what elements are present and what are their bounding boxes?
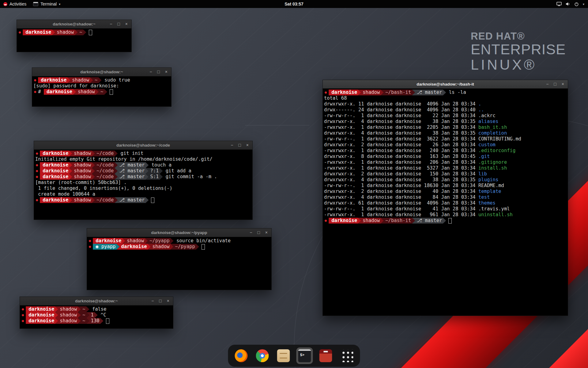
- distro-prompt-icon: ●: [36, 168, 38, 174]
- distro-prompt-icon: ●: [22, 312, 24, 318]
- minimize-button[interactable]: −: [149, 68, 152, 76]
- close-button[interactable]: ×: [125, 20, 128, 28]
- terminal-line: ●darknoiseshadow~/code git init: [35, 151, 251, 156]
- maximize-button[interactable]: □: [257, 228, 260, 237]
- maximize-button[interactable]: □: [117, 20, 120, 28]
- terminal-output[interactable]: ●darknoiseshadow~ sudo true[sudo] passwo…: [32, 76, 171, 96]
- terminal-output[interactable]: ●darknoiseshadow~/bash-it⎇ master ls -la…: [323, 89, 568, 224]
- prompt-segment-host: shadow: [358, 90, 384, 95]
- terminal-line: ●darknoiseshadow~/bash-it⎇ master: [324, 218, 567, 224]
- dock-toolbox[interactable]: [318, 347, 334, 364]
- terminal-line: ●darknoiseshadow~: [18, 29, 130, 35]
- terminal-text: lib: [478, 171, 487, 177]
- window-titlebar[interactable]: darknoise@shadow:~ − □ ×: [17, 20, 131, 29]
- prompt-segment-user: darknoise: [40, 162, 72, 168]
- terminal-text: git add a: [163, 168, 191, 174]
- prompt-segment-host: shadow: [122, 238, 148, 244]
- cursor-block: [151, 197, 154, 203]
- distro-prompt-icon: ●: [36, 174, 38, 180]
- dock-appgrid[interactable]: [339, 347, 355, 364]
- terminal-text: drwxrwxr-x. 2 darknoise darknoise 150 Ja…: [324, 171, 478, 177]
- prompt-segment-host: shadow: [55, 306, 81, 312]
- prompt-segment-host: shadow: [55, 312, 81, 318]
- maximize-button[interactable]: □: [159, 297, 161, 305]
- redhat-icon: [3, 2, 7, 6]
- terminal-text: bash_it.sh: [478, 125, 507, 130]
- terminal-text: drwxrwxr-x. 4 darknoise darknoise 84 Jan…: [324, 194, 478, 200]
- terminal-text: sudo true: [102, 77, 130, 83]
- clock[interactable]: Sat 03:57: [285, 2, 303, 6]
- system-status-area[interactable]: ▾: [553, 0, 588, 8]
- activities-label: Activities: [9, 2, 26, 6]
- prompt-segment-host: shadow: [69, 174, 95, 180]
- app-menu-terminal[interactable]: Terminal ▾: [30, 0, 64, 8]
- activities-button[interactable]: Activities: [0, 0, 30, 8]
- terminal-window-code[interactable]: darknoise@shadow:~/code − □ × ●darknoise…: [34, 141, 253, 220]
- terminal-text: .ackrc: [478, 113, 496, 119]
- window-titlebar[interactable]: darknoise@shadow:~ − □ ×: [20, 297, 173, 305]
- power-icon: [574, 2, 579, 6]
- minimize-button[interactable]: −: [250, 228, 252, 237]
- window-titlebar[interactable]: darknoise@shadow:~ − □ ×: [32, 68, 171, 76]
- desktop: RED HAT® ENTERPRISE LINUX® darknoise@sha…: [0, 0, 588, 368]
- prompt-segment-host: shadow: [67, 77, 93, 83]
- window-titlebar[interactable]: darknoise@shadow:~/pyapp − □ ×: [87, 228, 271, 237]
- maximize-button[interactable]: □: [157, 68, 160, 76]
- window-titlebar[interactable]: darknoise@shadow:~/bash-it − □ ×: [323, 80, 568, 89]
- close-button[interactable]: ×: [265, 228, 268, 237]
- terminal-window-home-2[interactable]: darknoise@shadow:~ − □ × ●darknoiseshado…: [20, 297, 173, 329]
- terminal-output[interactable]: ●darknoiseshadow~ false●darknoiseshadow~…: [20, 305, 173, 325]
- prompt-segment-host: shadow: [69, 162, 95, 168]
- close-button[interactable]: ×: [167, 297, 169, 305]
- minimize-button[interactable]: −: [151, 297, 154, 305]
- dock-chrome[interactable]: [254, 347, 271, 364]
- maximize-button[interactable]: □: [554, 80, 556, 88]
- terminal-output[interactable]: ●darknoiseshadow~/pyapp source bin/activ…: [87, 237, 271, 251]
- close-button[interactable]: ×: [562, 80, 564, 88]
- terminal-window-sudo[interactable]: darknoise@shadow:~ − □ × ●darknoiseshado…: [32, 67, 172, 107]
- terminal-line: drwxrwxr-x. 4 darknoise darknoise 38 Jan…: [324, 130, 567, 136]
- maximize-button[interactable]: □: [238, 141, 241, 149]
- terminal-output[interactable]: ●darknoiseshadow~/code git initInitializ…: [34, 150, 252, 204]
- distro-prompt-icon: ●: [36, 162, 38, 168]
- dock: $>: [228, 345, 360, 367]
- distro-prompt-icon: ●: [36, 151, 38, 156]
- terminal-window-home-1[interactable]: darknoise@shadow:~ − □ × ●darknoiseshado…: [17, 20, 132, 52]
- dock-firefox[interactable]: [233, 347, 250, 364]
- minimize-button[interactable]: −: [546, 80, 548, 88]
- terminal-line: ●# darknoiseshadow~: [33, 89, 170, 95]
- window-titlebar[interactable]: darknoise@shadow:~/code − □ ×: [34, 141, 252, 150]
- display-icon: [556, 2, 562, 6]
- distro-prompt-icon: ●: [89, 238, 91, 244]
- distro-prompt-icon: ●: [22, 306, 24, 312]
- terminal-text: uninstall.sh: [478, 212, 513, 218]
- minimize-button[interactable]: −: [110, 20, 112, 28]
- dock-terminal[interactable]: $>: [296, 347, 313, 364]
- terminal-text: false: [89, 306, 107, 312]
- terminal-window-pyapp[interactable]: darknoise@shadow:~/pyapp − □ × ●darknois…: [87, 228, 272, 290]
- prompt-segment-host: shadow: [69, 151, 95, 156]
- prompt-segment-host: shadow: [358, 218, 384, 224]
- terminal-line: -rw-rw-r--. 1 darknoise darknoise 41 Jan…: [324, 206, 567, 212]
- terminal-window-bash-it[interactable]: darknoise@shadow:~/bash-it − □ × ●darkno…: [322, 80, 568, 316]
- close-button[interactable]: ×: [165, 68, 168, 76]
- terminal-line: -rw-rw-r--. 1 darknoise darknoise 22 Jan…: [324, 113, 567, 119]
- prompt-segment-user: darknoise: [40, 197, 72, 203]
- prompt-segment-user: darknoise: [117, 244, 151, 250]
- terminal-output[interactable]: ●darknoiseshadow~: [17, 29, 131, 36]
- prompt-segment-git: ⎇ master: [115, 162, 149, 168]
- prompt-segment-path: ~/pyapp: [145, 238, 173, 244]
- terminal-line: drwxrwxr-x. 4 darknoise darknoise 38 Jan…: [324, 119, 567, 125]
- close-button[interactable]: ×: [246, 141, 249, 149]
- terminal-text: git commit -a -m .: [163, 174, 217, 180]
- terminal-line: ●◉ pyappdarknoiseshadow~/pyapp: [88, 244, 270, 250]
- terminal-line: ●darknoiseshadow~ false: [21, 306, 172, 312]
- terminal-text: test: [478, 194, 490, 200]
- top-bar: Activities Terminal ▾ Sat 03:57 ▾: [0, 0, 588, 8]
- minimize-button[interactable]: −: [231, 141, 233, 149]
- terminal-text: aliases: [478, 119, 498, 125]
- terminal-text: -rwxrwxr-x. 1 darknoise darknoise 240 Ja…: [324, 148, 478, 154]
- dock-files[interactable]: [275, 347, 292, 364]
- prompt-segment-host: shadow: [73, 89, 99, 95]
- terminal-text: total 68: [324, 95, 347, 101]
